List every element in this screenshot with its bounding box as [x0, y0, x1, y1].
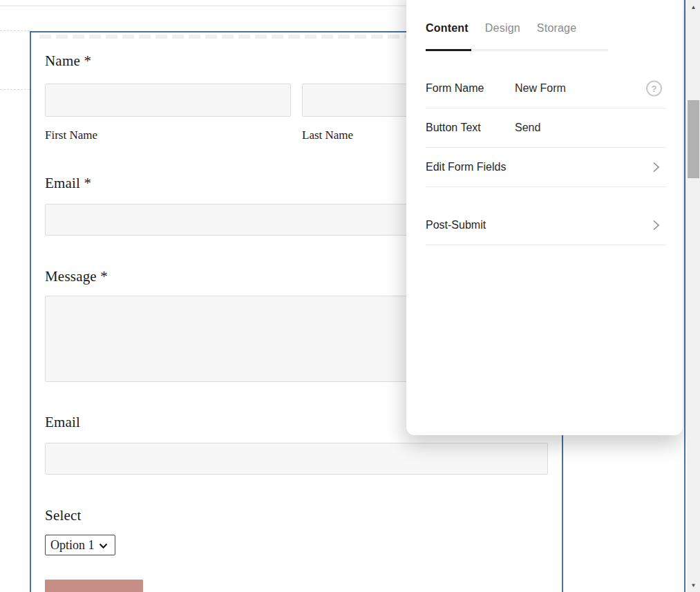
section-selection-border	[684, 0, 685, 592]
row-spacer	[426, 187, 666, 206]
select-dropdown[interactable]: Option 1	[45, 535, 115, 555]
tab-underline	[426, 49, 608, 51]
form-submit-button[interactable]	[45, 580, 143, 592]
first-name-sublabel: First Name	[45, 128, 291, 142]
website-editor-canvas: Name * First Name Last Name Email * Mess…	[0, 0, 700, 592]
scroll-up-arrow-icon[interactable]: ▲	[687, 0, 700, 14]
vertical-scrollbar[interactable]: ▲ ▼	[687, 0, 700, 592]
form-name-label: Form Name	[426, 82, 515, 95]
post-submit-label: Post-Submit	[426, 219, 486, 231]
layout-guide-line	[0, 89, 30, 90]
first-name-field: First Name	[45, 84, 291, 142]
edit-form-fields-label: Edit Form Fields	[426, 161, 506, 173]
scroll-down-arrow-icon[interactable]: ▼	[687, 578, 700, 592]
form-name-value[interactable]: New Form	[515, 82, 566, 95]
post-submit-row[interactable]: Post-Submit	[426, 206, 666, 245]
button-text-value[interactable]: Send	[515, 122, 540, 134]
button-text-label: Button Text	[426, 122, 515, 134]
first-name-input[interactable]	[45, 84, 291, 117]
edit-form-fields-row[interactable]: Edit Form Fields	[426, 148, 666, 187]
panel-rows: Form Name New Form ? Button Text Send Ed…	[426, 69, 666, 245]
email-input[interactable]	[45, 443, 548, 475]
select-caret-icon	[99, 543, 108, 549]
tab-design[interactable]: Design	[485, 22, 520, 35]
chevron-right-icon	[652, 220, 660, 231]
select-dropdown-value: Option 1	[50, 538, 95, 553]
button-text-row[interactable]: Button Text Send	[426, 108, 666, 148]
tab-storage[interactable]: Storage	[537, 22, 576, 35]
layout-guide-line	[0, 30, 30, 31]
active-tab-indicator	[426, 49, 471, 51]
chevron-right-icon	[652, 162, 660, 173]
help-icon[interactable]: ?	[646, 81, 662, 97]
tab-content[interactable]: Content	[426, 22, 469, 35]
section-divider-line	[0, 6, 406, 6]
help-icon-glyph: ?	[652, 84, 657, 94]
scrollbar-thumb[interactable]	[688, 100, 699, 178]
form-name-row[interactable]: Form Name New Form ?	[426, 69, 666, 108]
form-settings-panel: Content Design Storage Form Name New For…	[406, 0, 683, 435]
panel-tabs: Content Design Storage	[426, 22, 666, 35]
select-field-label: Select	[45, 507, 548, 524]
